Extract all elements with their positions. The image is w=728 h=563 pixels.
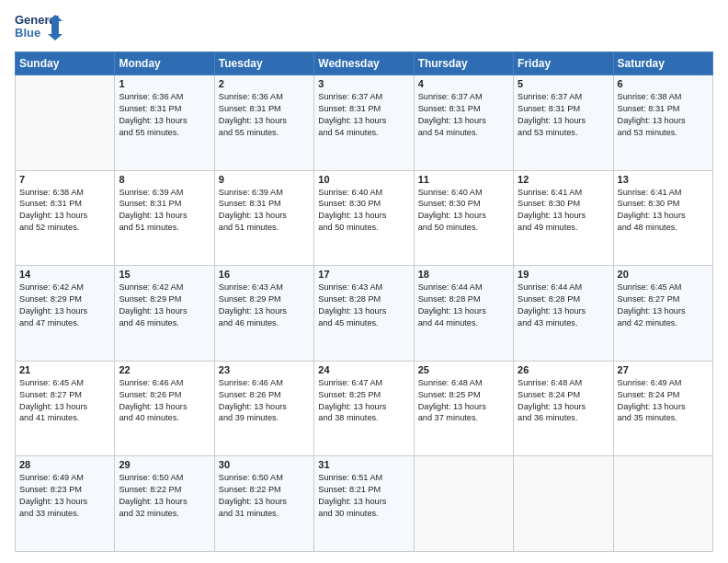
day-number: 7 <box>19 174 110 185</box>
calendar-cell <box>414 456 513 552</box>
calendar-cell: 9Sunrise: 6:39 AM Sunset: 8:31 PM Daylig… <box>214 170 313 266</box>
calendar-cell: 1Sunrise: 6:36 AM Sunset: 8:31 PM Daylig… <box>115 75 214 171</box>
calendar-cell: 12Sunrise: 6:41 AM Sunset: 8:30 PM Dayli… <box>514 170 613 266</box>
cell-content: Sunrise: 6:49 AM Sunset: 8:23 PM Dayligh… <box>19 472 110 520</box>
cell-content: Sunrise: 6:38 AM Sunset: 8:31 PM Dayligh… <box>19 187 110 235</box>
calendar-cell <box>16 75 115 171</box>
calendar-cell: 23Sunrise: 6:46 AM Sunset: 8:26 PM Dayli… <box>214 361 313 456</box>
cell-content: Sunrise: 6:46 AM Sunset: 8:26 PM Dayligh… <box>219 377 310 425</box>
cell-content: Sunrise: 6:41 AM Sunset: 8:30 PM Dayligh… <box>518 187 609 235</box>
day-number: 25 <box>418 364 509 375</box>
calendar-cell: 22Sunrise: 6:46 AM Sunset: 8:26 PM Dayli… <box>115 361 214 456</box>
day-number: 15 <box>119 269 210 280</box>
calendar-cell: 20Sunrise: 6:45 AM Sunset: 8:27 PM Dayli… <box>613 266 712 362</box>
cell-content: Sunrise: 6:44 AM Sunset: 8:28 PM Dayligh… <box>418 282 509 329</box>
day-number: 31 <box>318 459 409 470</box>
weekday-header: Thursday <box>414 52 513 75</box>
weekday-header: Wednesday <box>314 52 414 75</box>
cell-content: Sunrise: 6:36 AM Sunset: 8:31 PM Dayligh… <box>119 91 210 139</box>
cell-content: Sunrise: 6:42 AM Sunset: 8:29 PM Dayligh… <box>19 282 110 329</box>
cell-content: Sunrise: 6:49 AM Sunset: 8:24 PM Dayligh… <box>618 377 709 425</box>
day-number: 13 <box>618 174 709 185</box>
header: GeneralBlue <box>15 11 713 44</box>
day-number: 27 <box>618 364 709 375</box>
calendar-cell: 25Sunrise: 6:48 AM Sunset: 8:25 PM Dayli… <box>414 361 513 456</box>
calendar-cell: 31Sunrise: 6:51 AM Sunset: 8:21 PM Dayli… <box>314 456 414 552</box>
cell-content: Sunrise: 6:42 AM Sunset: 8:29 PM Dayligh… <box>119 282 210 329</box>
day-number: 5 <box>518 78 609 89</box>
day-number: 19 <box>518 269 609 280</box>
calendar-cell: 26Sunrise: 6:48 AM Sunset: 8:24 PM Dayli… <box>514 361 613 456</box>
cell-content: Sunrise: 6:50 AM Sunset: 8:22 PM Dayligh… <box>119 472 210 520</box>
day-number: 22 <box>119 364 210 375</box>
calendar-cell: 10Sunrise: 6:40 AM Sunset: 8:30 PM Dayli… <box>314 170 414 266</box>
day-number: 9 <box>219 174 310 185</box>
calendar-cell: 8Sunrise: 6:39 AM Sunset: 8:31 PM Daylig… <box>115 170 214 266</box>
cell-content: Sunrise: 6:39 AM Sunset: 8:31 PM Dayligh… <box>219 187 310 235</box>
calendar-cell: 6Sunrise: 6:38 AM Sunset: 8:31 PM Daylig… <box>613 75 712 171</box>
day-number: 26 <box>518 364 609 375</box>
cell-content: Sunrise: 6:48 AM Sunset: 8:24 PM Dayligh… <box>518 377 609 425</box>
day-number: 11 <box>418 174 509 185</box>
calendar-week-row: 21Sunrise: 6:45 AM Sunset: 8:27 PM Dayli… <box>16 361 713 456</box>
day-number: 2 <box>219 78 310 89</box>
calendar-header: SundayMondayTuesdayWednesdayThursdayFrid… <box>16 52 713 75</box>
day-number: 14 <box>19 269 110 280</box>
cell-content: Sunrise: 6:41 AM Sunset: 8:30 PM Dayligh… <box>618 187 709 235</box>
cell-content: Sunrise: 6:37 AM Sunset: 8:31 PM Dayligh… <box>418 91 509 139</box>
day-number: 4 <box>418 78 509 89</box>
calendar-cell: 21Sunrise: 6:45 AM Sunset: 8:27 PM Dayli… <box>16 361 115 456</box>
cell-content: Sunrise: 6:37 AM Sunset: 8:31 PM Dayligh… <box>318 91 409 139</box>
logo: GeneralBlue <box>15 11 63 44</box>
calendar-cell: 7Sunrise: 6:38 AM Sunset: 8:31 PM Daylig… <box>16 170 115 266</box>
calendar-cell: 17Sunrise: 6:43 AM Sunset: 8:28 PM Dayli… <box>314 266 414 362</box>
cell-content: Sunrise: 6:40 AM Sunset: 8:30 PM Dayligh… <box>418 187 509 235</box>
day-number: 18 <box>418 269 509 280</box>
cell-content: Sunrise: 6:50 AM Sunset: 8:22 PM Dayligh… <box>219 472 310 520</box>
calendar-week-row: 7Sunrise: 6:38 AM Sunset: 8:31 PM Daylig… <box>16 170 713 266</box>
cell-content: Sunrise: 6:46 AM Sunset: 8:26 PM Dayligh… <box>119 377 210 425</box>
weekday-header: Friday <box>514 52 613 75</box>
day-number: 30 <box>219 459 310 470</box>
calendar-cell: 19Sunrise: 6:44 AM Sunset: 8:28 PM Dayli… <box>514 266 613 362</box>
calendar-cell: 28Sunrise: 6:49 AM Sunset: 8:23 PM Dayli… <box>16 456 115 552</box>
calendar-cell: 30Sunrise: 6:50 AM Sunset: 8:22 PM Dayli… <box>214 456 313 552</box>
cell-content: Sunrise: 6:39 AM Sunset: 8:31 PM Dayligh… <box>119 187 210 235</box>
day-number: 1 <box>119 78 210 89</box>
weekday-row: SundayMondayTuesdayWednesdayThursdayFrid… <box>16 52 713 75</box>
cell-content: Sunrise: 6:47 AM Sunset: 8:25 PM Dayligh… <box>318 377 409 425</box>
day-number: 23 <box>219 364 310 375</box>
calendar-cell: 24Sunrise: 6:47 AM Sunset: 8:25 PM Dayli… <box>314 361 414 456</box>
day-number: 24 <box>318 364 409 375</box>
cell-content: Sunrise: 6:43 AM Sunset: 8:29 PM Dayligh… <box>219 282 310 329</box>
logo-svg: GeneralBlue <box>15 11 63 44</box>
svg-text:Blue: Blue <box>15 26 40 40</box>
calendar-cell: 3Sunrise: 6:37 AM Sunset: 8:31 PM Daylig… <box>314 75 414 171</box>
day-number: 6 <box>618 78 709 89</box>
cell-content: Sunrise: 6:44 AM Sunset: 8:28 PM Dayligh… <box>518 282 609 329</box>
weekday-header: Monday <box>115 52 214 75</box>
calendar-cell: 27Sunrise: 6:49 AM Sunset: 8:24 PM Dayli… <box>613 361 712 456</box>
calendar-cell: 4Sunrise: 6:37 AM Sunset: 8:31 PM Daylig… <box>414 75 513 171</box>
day-number: 16 <box>219 269 310 280</box>
page: GeneralBlue SundayMondayTuesdayWednesday… <box>0 0 728 563</box>
calendar-cell: 13Sunrise: 6:41 AM Sunset: 8:30 PM Dayli… <box>613 170 712 266</box>
calendar-cell: 11Sunrise: 6:40 AM Sunset: 8:30 PM Dayli… <box>414 170 513 266</box>
calendar-week-row: 14Sunrise: 6:42 AM Sunset: 8:29 PM Dayli… <box>16 266 713 362</box>
calendar-week-row: 28Sunrise: 6:49 AM Sunset: 8:23 PM Dayli… <box>16 456 713 552</box>
day-number: 8 <box>119 174 210 185</box>
cell-content: Sunrise: 6:45 AM Sunset: 8:27 PM Dayligh… <box>618 282 709 329</box>
weekday-header: Tuesday <box>214 52 313 75</box>
cell-content: Sunrise: 6:37 AM Sunset: 8:31 PM Dayligh… <box>518 91 609 139</box>
cell-content: Sunrise: 6:48 AM Sunset: 8:25 PM Dayligh… <box>418 377 509 425</box>
day-number: 3 <box>318 78 409 89</box>
day-number: 17 <box>318 269 409 280</box>
calendar-cell: 14Sunrise: 6:42 AM Sunset: 8:29 PM Dayli… <box>16 266 115 362</box>
day-number: 21 <box>19 364 110 375</box>
calendar-week-row: 1Sunrise: 6:36 AM Sunset: 8:31 PM Daylig… <box>16 75 713 171</box>
cell-content: Sunrise: 6:38 AM Sunset: 8:31 PM Dayligh… <box>618 91 709 139</box>
calendar-table: SundayMondayTuesdayWednesdayThursdayFrid… <box>15 52 713 552</box>
calendar-cell: 18Sunrise: 6:44 AM Sunset: 8:28 PM Dayli… <box>414 266 513 362</box>
day-number: 12 <box>518 174 609 185</box>
cell-content: Sunrise: 6:36 AM Sunset: 8:31 PM Dayligh… <box>219 91 310 139</box>
